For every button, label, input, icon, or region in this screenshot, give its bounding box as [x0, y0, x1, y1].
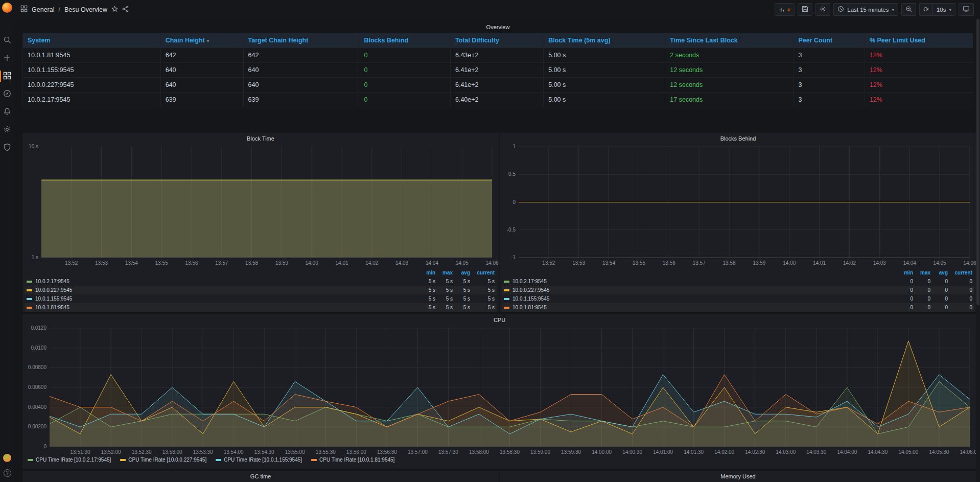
sidebar-item-configuration[interactable] — [0, 125, 14, 134]
column-header-time-since-last-block[interactable]: Time Since Last Block — [665, 33, 794, 48]
legend-item[interactable]: CPU Time IRate [10.0.2.17:9545] — [28, 457, 111, 463]
panel-title-memory-used[interactable]: Memory Used — [500, 471, 976, 482]
legend-col-avg[interactable]: avg — [930, 270, 948, 276]
legend-col-current[interactable]: current — [948, 270, 972, 276]
svg-text:13:57: 13:57 — [215, 260, 228, 266]
refresh-button[interactable]: ⟳ — [919, 3, 933, 16]
time-range-picker[interactable]: Last 15 minutes ▾ — [833, 3, 898, 16]
table-cell: 3 — [794, 93, 865, 107]
column-header-block-time-5m-avg-[interactable]: Block Time (5m avg) — [544, 33, 665, 48]
legend-col-min[interactable]: min — [418, 270, 435, 276]
sidebar-item-dashboards[interactable] — [0, 72, 14, 81]
svg-text:13:57:00: 13:57:00 — [408, 449, 428, 455]
legend-value: 0 — [930, 305, 948, 310]
legend-series-name[interactable]: 10.0.1.155:9545 — [504, 296, 896, 302]
legend-series-name[interactable]: 10.0.1.155:9545 — [27, 296, 418, 302]
legend-series-name[interactable]: 10.0.2.17:9545 — [504, 279, 896, 284]
sidebar: ? — [0, 0, 14, 482]
column-header--peer-limit-used[interactable]: % Peer Limit Used — [865, 33, 973, 48]
legend-col-avg[interactable]: avg — [453, 270, 470, 276]
save-icon — [802, 6, 808, 13]
dashboard-settings-button[interactable] — [815, 3, 830, 16]
share-icon[interactable] — [122, 6, 129, 14]
refresh-interval-picker[interactable]: 10s ▾ — [933, 3, 955, 16]
panel-title-block-time[interactable]: Block Time — [22, 133, 499, 144]
save-dashboard-button[interactable] — [798, 3, 812, 16]
table-cell: 12% — [865, 93, 973, 107]
table-cell: 3 — [794, 48, 865, 63]
legend-col-max[interactable]: max — [913, 270, 930, 276]
grafana-logo[interactable] — [0, 0, 14, 15]
panel-title-blocks-behind[interactable]: Blocks Behind — [500, 133, 976, 144]
legend-value: 0 — [930, 279, 948, 284]
legend-value: 5 s — [453, 287, 470, 293]
legend-item[interactable]: CPU Time IRate [10.0.1.81:9545] — [311, 457, 394, 463]
series-swatch-icon — [27, 307, 32, 309]
svg-text:13:56: 13:56 — [185, 260, 198, 266]
legend-value: 5 s — [470, 279, 495, 284]
sidebar-item-create[interactable] — [0, 54, 14, 63]
column-header-system[interactable]: System — [23, 33, 161, 48]
zoom-out-button[interactable] — [901, 3, 916, 16]
table-cell: 5.00 s — [544, 78, 665, 93]
search-icon — [3, 36, 11, 45]
column-header-target-chain-height[interactable]: Target Chain Height — [243, 33, 359, 48]
help-icon[interactable]: ? — [4, 469, 11, 477]
svg-text:14:04:00: 14:04:00 — [837, 449, 857, 455]
series-swatch-icon — [216, 459, 221, 461]
legend-series-name[interactable]: 10.0.1.81:9545 — [27, 305, 418, 310]
cpu-chart[interactable]: 0.01200.01000.008000.006000.004000.00200… — [22, 326, 976, 456]
add-panel-button[interactable]: + — [775, 3, 795, 16]
legend-value: 5 s — [470, 305, 495, 310]
cpu-svg: 0.01200.01000.008000.006000.004000.00200… — [22, 326, 976, 456]
sidebar-item-server-admin[interactable] — [0, 143, 14, 152]
svg-text:14:04:30: 14:04:30 — [868, 449, 888, 455]
legend-series-name[interactable]: 10.0.2.17:9545 — [27, 279, 418, 284]
legend-series-name[interactable]: 10.0.0.227:9545 — [27, 287, 418, 293]
column-header-total-difficulty[interactable]: Total Difficulty — [450, 33, 543, 48]
legend-item[interactable]: CPU Time IRate [10.0.0.227:9545] — [120, 457, 206, 463]
table-cell: 5.00 s — [544, 48, 665, 63]
panel-title-overview[interactable]: Overview — [22, 21, 973, 33]
svg-text:14:03:30: 14:03:30 — [806, 449, 826, 455]
legend-value: 0 — [913, 305, 930, 310]
sidebar-item-alerting[interactable] — [0, 107, 14, 117]
block-time-chart[interactable]: 10 s1 s13:5213:5313:5413:5513:5613:5713:… — [22, 144, 499, 267]
page-scrollbar[interactable] — [976, 19, 980, 482]
legend-col-current[interactable]: current — [470, 270, 495, 276]
column-header-blocks-behind[interactable]: Blocks Behind — [359, 33, 451, 48]
legend-value: 5 s — [418, 305, 435, 310]
column-header-chain-height[interactable]: Chain Height▾ — [160, 33, 243, 48]
svg-text:13:55:00: 13:55:00 — [285, 449, 305, 455]
legend-col-max[interactable]: max — [435, 270, 453, 276]
panel-title-gc-time[interactable]: GC time — [22, 471, 499, 482]
scrollbar-thumb[interactable] — [976, 19, 979, 305]
svg-text:14:00: 14:00 — [783, 260, 796, 266]
column-header-peer-count[interactable]: Peer Count — [794, 33, 865, 48]
panel-title-cpu[interactable]: CPU — [22, 314, 976, 326]
breadcrumb-folder[interactable]: General — [32, 6, 54, 13]
legend-value: 0 — [896, 305, 913, 310]
legend-value: 5 s — [435, 305, 453, 310]
chevron-down-icon: ▾ — [949, 7, 951, 12]
legend-value: 0 — [913, 287, 930, 293]
gear-icon — [3, 125, 11, 135]
svg-text:13:58:30: 13:58:30 — [500, 449, 520, 455]
legend-col-min[interactable]: min — [896, 270, 913, 276]
series-swatch-icon — [311, 459, 317, 461]
blocks-behind-chart[interactable]: 10.50-0.5-113:5213:5313:5413:5513:5613:5… — [500, 144, 976, 267]
legend-series-name[interactable]: 10.0.0.227:9545 — [504, 287, 896, 293]
kiosk-mode-button[interactable] — [959, 3, 974, 16]
table-row: 10.0.2.17:954563963906.40e+25.00 s17 sec… — [23, 93, 973, 107]
star-icon[interactable] — [111, 6, 118, 14]
svg-text:0: 0 — [43, 444, 46, 449]
add-panel-icon — [779, 6, 786, 14]
user-avatar[interactable] — [3, 454, 11, 462]
sidebar-item-explore[interactable] — [0, 89, 14, 99]
legend-series-name[interactable]: 10.0.1.81:9545 — [504, 305, 896, 310]
legend-item[interactable]: CPU Time IRate [10.0.1.155:9545] — [216, 457, 302, 463]
series-swatch-icon — [28, 459, 33, 461]
svg-text:1: 1 — [512, 144, 516, 149]
sidebar-item-search[interactable] — [0, 36, 14, 45]
page-title[interactable]: Besu Overview — [64, 6, 107, 13]
